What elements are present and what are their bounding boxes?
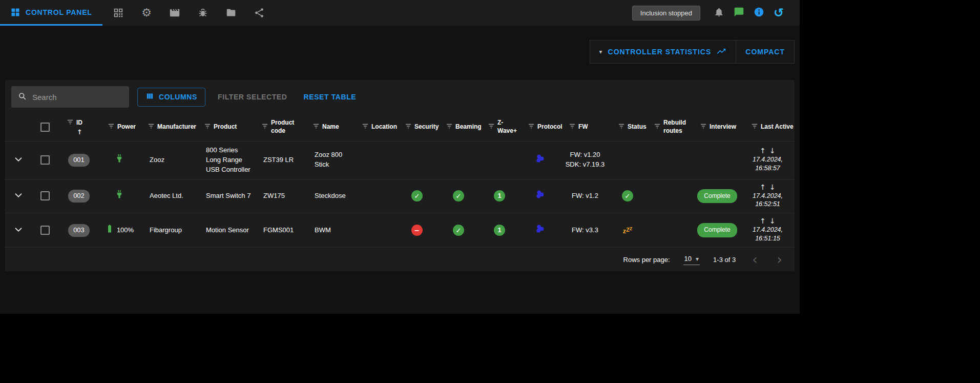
reset-table-button[interactable]: RESET TABLE xyxy=(300,93,361,101)
column-header-protocol[interactable]: Protocol xyxy=(519,123,560,131)
row-checkbox[interactable] xyxy=(40,191,50,200)
search-box[interactable] xyxy=(11,86,129,108)
column-header-product-code[interactable]: Product code xyxy=(253,119,304,135)
history-icon: ↺ xyxy=(774,7,784,19)
tx-arrow-icon: ↑ xyxy=(760,147,766,154)
column-header-rebuild-routes[interactable]: Rebuild routes xyxy=(645,119,692,135)
chevron-down-icon xyxy=(13,224,24,237)
bug-icon xyxy=(197,7,208,18)
caret-down-icon: ▾ xyxy=(599,49,603,55)
cell-manufacturer: Aeotec Ltd. xyxy=(139,191,196,201)
last-active-timestamp: 17.4.2024, 16:52:51 xyxy=(753,192,783,209)
zwave-protocol-icon xyxy=(534,189,546,203)
column-header-interview[interactable]: Interview xyxy=(692,123,743,131)
column-header-security[interactable]: Security xyxy=(397,123,437,131)
filter-selected-button[interactable]: FILTER SELECTED xyxy=(214,93,291,101)
beaming-check-icon: ✓ xyxy=(453,190,464,201)
expand-row-button[interactable] xyxy=(12,223,25,238)
row-checkbox[interactable] xyxy=(40,226,50,235)
rx-arrow-icon: ↓ xyxy=(769,217,776,225)
scenes-button[interactable] xyxy=(161,0,189,26)
chat-button[interactable] xyxy=(732,6,745,19)
search-input[interactable] xyxy=(32,93,123,102)
widgets-icon xyxy=(10,7,20,17)
column-header-fw[interactable]: FW xyxy=(560,123,610,131)
column-header-last-active[interactable]: Last Active xyxy=(743,123,795,131)
next-page-button[interactable]: › xyxy=(774,253,785,266)
tab-control-panel[interactable]: CONTROL PANEL xyxy=(0,0,102,26)
interview-status-badge: Complete xyxy=(697,223,737,237)
security-check-icon: ✓ xyxy=(411,190,423,201)
bell-icon xyxy=(714,7,724,19)
table-row[interactable]: 003 100% Fibargroup Motion Sensor FGMS00… xyxy=(5,213,795,248)
filter-icon[interactable] xyxy=(700,123,707,131)
inclusion-status-chip[interactable]: Inclusion stopped xyxy=(632,6,700,21)
cell-last-active: ↑↓ 17.4.2024, 16:51:15 xyxy=(743,217,795,243)
cell-name: BWM xyxy=(304,226,353,235)
column-header-product[interactable]: Product xyxy=(196,123,253,131)
network-graph-button[interactable] xyxy=(245,0,274,26)
filter-icon[interactable] xyxy=(312,123,320,131)
chat-icon xyxy=(734,7,744,19)
filter-icon[interactable] xyxy=(569,123,576,131)
table-row[interactable]: 002 Aeotec Ltd. Smart Switch 7 ZW175 Ste… xyxy=(5,179,795,214)
filter-icon[interactable] xyxy=(204,123,211,131)
rows-per-page-label: Rows per page: xyxy=(623,256,670,264)
column-header-name[interactable]: Name xyxy=(304,123,353,131)
column-header-power[interactable]: Power xyxy=(99,123,139,131)
smart-start-button[interactable] xyxy=(105,0,133,26)
column-header-status[interactable]: Status xyxy=(610,123,645,131)
row-checkbox[interactable] xyxy=(40,155,50,165)
column-header-location[interactable]: Location xyxy=(353,123,397,131)
column-header-zwave-plus[interactable]: Z-Wave+ xyxy=(479,119,519,135)
history-button[interactable]: ↺ xyxy=(772,6,785,19)
expand-row-button[interactable] xyxy=(12,153,25,168)
select-all-checkbox[interactable] xyxy=(40,123,50,132)
table-toolbar: COLUMNS FILTER SELECTED RESET TABLE xyxy=(5,80,795,113)
filter-icon[interactable] xyxy=(528,123,535,131)
settings-button[interactable]: ⚙ xyxy=(133,0,161,26)
app-window: CONTROL PANEL ⚙ Inclusion stopped xyxy=(0,0,800,314)
cell-product: Motion Sensor xyxy=(196,226,253,235)
pagination-range: 1-3 of 3 xyxy=(713,256,736,264)
debug-button[interactable] xyxy=(189,0,217,26)
security-none-icon: − xyxy=(411,225,423,236)
zwave-plus-version-badge: 1 xyxy=(494,225,505,236)
filter-icon[interactable] xyxy=(148,123,155,131)
table-row[interactable]: 001 Zooz 800 Series Long Range USB Contr… xyxy=(5,142,795,179)
store-button[interactable] xyxy=(217,0,245,26)
columns-button[interactable]: COLUMNS xyxy=(137,88,205,107)
filter-icon[interactable] xyxy=(446,123,453,131)
nodes-table-card: COLUMNS FILTER SELECTED RESET TABLE ID ↑… xyxy=(5,80,795,271)
search-icon xyxy=(17,91,27,103)
cell-last-active: ↑↓ 17.4.2024, 16:52:51 xyxy=(743,184,795,209)
rows-per-page-select[interactable]: 10 ▾ xyxy=(683,254,700,265)
chevron-down-icon xyxy=(13,154,24,167)
filter-icon[interactable] xyxy=(261,123,268,131)
column-header-beaming[interactable]: Beaming xyxy=(437,123,479,131)
beaming-check-icon: ✓ xyxy=(453,225,464,236)
filter-icon[interactable] xyxy=(618,123,625,131)
filter-icon[interactable] xyxy=(108,123,115,131)
filter-icon[interactable] xyxy=(488,123,495,131)
share-icon xyxy=(254,7,265,18)
battery-level-label: 100% xyxy=(117,226,134,235)
filter-icon[interactable] xyxy=(654,123,661,131)
gear-icon: ⚙ xyxy=(141,7,152,18)
previous-page-button[interactable]: ‹ xyxy=(749,253,760,266)
filter-icon[interactable] xyxy=(751,123,758,131)
controller-statistics-box: ▾ CONTROLLER STATISTICS COMPACT xyxy=(590,40,795,64)
filter-icon[interactable] xyxy=(67,118,74,127)
column-header-manufacturer[interactable]: Manufacturer xyxy=(139,123,196,131)
filter-icon[interactable] xyxy=(362,123,369,131)
expand-row-button[interactable] xyxy=(12,189,25,204)
info-button[interactable] xyxy=(752,6,765,19)
column-header-id[interactable]: ID ↑ xyxy=(58,118,99,135)
controller-statistics-toggle[interactable]: ▾ CONTROLLER STATISTICS xyxy=(590,41,736,63)
compact-button[interactable]: COMPACT xyxy=(736,41,794,63)
cell-firmware: FW: v1.20 SDK: v7.19.3 xyxy=(560,150,610,170)
cell-name: Zooz 800 Stick xyxy=(304,150,353,170)
notifications-button[interactable] xyxy=(712,6,725,19)
cell-product: 800 Series Long Range USB Controller xyxy=(196,146,253,175)
filter-icon[interactable] xyxy=(405,123,412,131)
